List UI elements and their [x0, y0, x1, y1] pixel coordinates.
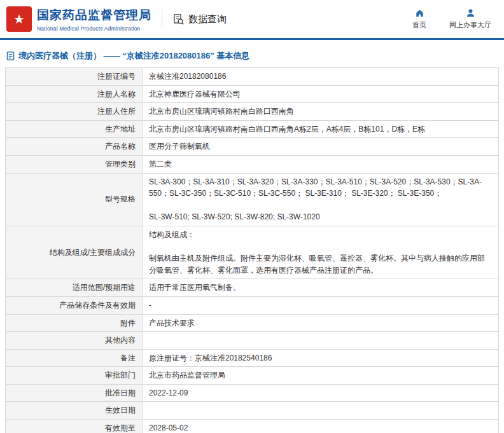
table-row: 生效日期: [6, 402, 499, 420]
document-search-icon: [172, 13, 185, 25]
row-label: 备注: [6, 349, 143, 367]
row-value: 北京神鹿医疗器械有限公司: [143, 85, 499, 103]
table-row: 产品储存条件及有效期 -: [6, 296, 499, 314]
registration-info-table: 注册证编号 京械注准20182080186 注册人名称 北京神鹿医疗器械有限公司…: [5, 67, 499, 433]
table-row: 审批部门 北京市药品监督管理局: [6, 367, 499, 385]
row-value: [143, 332, 499, 350]
row-label: 产品储存条件及有效期: [6, 296, 143, 314]
table-row: 附件 产品技术要求: [6, 314, 499, 332]
row-label: 注册人住所: [6, 103, 143, 121]
agency-brand: ★ 国家药品监督管理局 National Medical Products Ad…: [6, 6, 151, 32]
row-value: 第二类: [143, 155, 499, 173]
row-value: 北京市房山区琉璃河镇路村南白路口西南角A栋2层，A栋4层，B栋101，D栋，E栋: [143, 120, 499, 138]
row-value: 医用分子筛制氧机: [143, 138, 499, 156]
home-icon: [415, 8, 424, 18]
table-row: 产品名称 医用分子筛制氧机: [6, 138, 499, 156]
row-label: 注册证编号: [6, 68, 143, 86]
data-query-section: 数据查询: [172, 13, 227, 25]
row-label: 产品名称: [6, 138, 143, 156]
nav-online-hall[interactable]: 网上办事大厅: [449, 8, 491, 30]
row-label: 管理类别: [6, 155, 143, 173]
table-row: 批准日期 2022-12-09: [6, 384, 499, 402]
row-value: 原注册证号：京械注准20182540186: [143, 349, 499, 367]
row-label: 附件: [6, 314, 143, 332]
row-value: 2028-05-02: [143, 420, 499, 433]
agency-name-cn: 国家药品监督管理局: [37, 7, 151, 24]
header-divider: [162, 10, 162, 29]
document-icon: [6, 52, 15, 60]
table-row: 适用范围/预期用途 适用于常压医用氧气制备。: [6, 279, 499, 297]
row-value: 结构及组成： 制氧机由主机及附件组成。附件主要为湿化杯、吸氧管、遥控器、雾化杯。…: [143, 226, 499, 278]
row-value: [143, 402, 499, 420]
table-row: 注册证编号 京械注准20182080186: [6, 68, 499, 86]
nav-home[interactable]: 首页: [409, 8, 430, 30]
row-label: 有效期至: [6, 420, 143, 433]
row-label: 生效日期: [6, 402, 143, 420]
row-label: 批准日期: [6, 384, 143, 402]
row-label: 适用范围/预期用途: [6, 279, 143, 297]
row-value: 北京市房山区琉璃河镇路村南白路口西南角: [143, 103, 499, 121]
table-row: 其他内容: [6, 332, 499, 350]
row-label: 生产地址: [6, 120, 143, 138]
agency-name-en: National Medical Products Administration: [37, 25, 151, 32]
table-row: 结构及组成/主要组成成分 结构及组成： 制氧机由主机及附件组成。附件主要为湿化杯…: [6, 226, 499, 278]
row-label: 注册人名称: [6, 85, 143, 103]
nav-home-label: 首页: [412, 20, 426, 30]
table-row: 管理类别 第二类: [6, 155, 499, 173]
page-title: 境内医疗器械（注册） —— “京械注准20182080186” 基本信息: [6, 50, 498, 62]
row-value: 北京市药品监督管理局: [143, 367, 499, 385]
row-value: 适用于常压医用氧气制备。: [143, 279, 499, 297]
row-value: 2022-12-09: [143, 384, 499, 402]
national-emblem-icon: ★: [6, 6, 32, 32]
table-row: 有效期至 2028-05-02: [6, 420, 499, 433]
table-row: 备注 原注册证号：京械注准20182540186: [6, 349, 499, 367]
table-row: 型号规格 SL-3A-300；SL-3A-310；SL-3A-320；SL-3A…: [6, 173, 499, 226]
row-label: 其他内容: [6, 332, 143, 350]
agency-title-block: 国家药品监督管理局 National Medical Products Admi…: [37, 7, 151, 32]
table-row: 注册人住所 北京市房山区琉璃河镇路村南白路口西南角: [6, 103, 499, 121]
row-label: 审批部门: [6, 367, 143, 385]
nav-online-hall-label: 网上办事大厅: [449, 20, 491, 30]
table-row: 生产地址 北京市房山区琉璃河镇路村南白路口西南角A栋2层，A栋4层，B栋101，…: [6, 120, 499, 138]
row-value: 京械注准20182080186: [143, 68, 499, 86]
header-accent-line: [0, 38, 504, 40]
header-nav: 首页 网上办事大厅: [409, 8, 495, 30]
row-label: 型号规格: [6, 173, 143, 226]
data-query-label: 数据查询: [188, 13, 227, 25]
table-row: 注册人名称 北京神鹿医疗器械有限公司: [6, 85, 499, 103]
page-title-text: 境内医疗器械（注册） —— “京械注准20182080186” 基本信息: [18, 50, 249, 62]
row-value: SL-3A-300；SL-3A-310；SL-3A-320；SL-3A-330；…: [143, 173, 499, 226]
person-icon: [466, 8, 475, 18]
row-label: 结构及组成/主要组成成分: [6, 226, 143, 278]
row-value: -: [143, 296, 499, 314]
header: ★ 国家药品监督管理局 National Medical Products Ad…: [0, 0, 504, 38]
row-value: 产品技术要求: [143, 314, 499, 332]
